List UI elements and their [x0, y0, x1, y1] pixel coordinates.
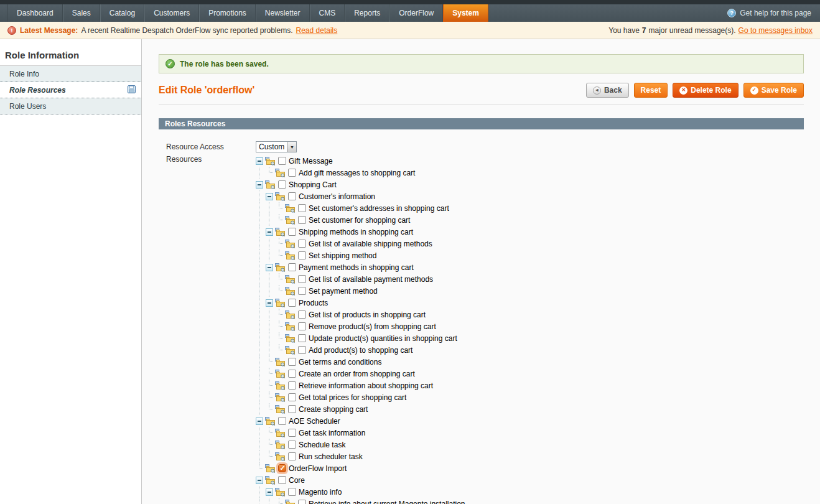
resource-checkbox[interactable]	[288, 441, 296, 449]
resource-checkbox[interactable]	[298, 334, 306, 342]
resource-checkbox[interactable]	[278, 476, 286, 484]
resource-label[interactable]: Gift Message	[289, 157, 333, 166]
collapse-minus-icon[interactable]	[266, 193, 273, 200]
tree-row: Retrieve info about current Magento inst…	[256, 498, 465, 504]
save-role-button[interactable]: ✓ Save Role	[743, 83, 804, 98]
resource-label[interactable]: Set shipping method	[309, 251, 376, 260]
resource-checkbox[interactable]	[298, 322, 306, 330]
nav-item-promotions[interactable]: Promotions	[199, 4, 256, 22]
resource-label[interactable]: Update product(s) quantities in shopping…	[309, 334, 457, 343]
resource-label[interactable]: Products	[299, 299, 328, 307]
resource-checkbox[interactable]	[278, 417, 286, 425]
sidebar-item-role-resources[interactable]: Role Resources	[0, 82, 141, 98]
resource-label[interactable]: Add gift messages to shopping cart	[299, 169, 415, 177]
resource-label[interactable]: Set customer's addresses in shopping car…	[309, 204, 449, 213]
tree-connector-line	[256, 285, 266, 297]
collapse-minus-icon[interactable]	[256, 157, 263, 165]
collapse-minus-icon[interactable]	[266, 228, 273, 236]
resource-checkbox[interactable]	[288, 358, 296, 366]
resource-label[interactable]: Core	[289, 476, 305, 485]
delete-role-label: Delete Role	[691, 86, 731, 95]
folder-icon	[275, 393, 285, 402]
resource-label[interactable]: Retrieve information about shopping cart	[299, 381, 433, 390]
resource-checkbox[interactable]	[298, 275, 306, 283]
resource-label[interactable]: Run scheduler task	[299, 452, 363, 461]
nav-item-catalog[interactable]: Catalog	[100, 4, 144, 22]
nav-item-dashboard[interactable]: Dashboard	[7, 4, 63, 22]
collapse-minus-icon[interactable]	[266, 264, 273, 271]
resource-label[interactable]: AOE Scheduler	[289, 417, 340, 426]
resource-checkbox[interactable]	[298, 310, 306, 319]
collapse-minus-icon[interactable]	[266, 488, 273, 496]
resource-checkbox[interactable]	[278, 157, 286, 165]
resource-label[interactable]: Get list of available shipping methods	[309, 240, 432, 248]
resource-checkbox[interactable]	[278, 180, 286, 189]
resource-checkbox[interactable]	[288, 429, 296, 437]
sidebar-item-role-info[interactable]: Role Info	[0, 66, 141, 82]
delete-role-button[interactable]: ✕ Delete Role	[673, 83, 738, 98]
folder-icon	[285, 310, 295, 319]
resource-checkbox[interactable]	[288, 299, 296, 307]
resource-label[interactable]: Get task information	[299, 429, 365, 437]
resource-label[interactable]: Set payment method	[309, 287, 378, 296]
resource-label[interactable]: Create an order from shopping cart	[299, 370, 415, 378]
resource-checkbox[interactable]	[288, 405, 296, 413]
get-help-link[interactable]: ? Get help for this page	[727, 4, 820, 22]
resource-label[interactable]: Shipping methods in shopping cart	[299, 228, 413, 236]
resource-label[interactable]: Payment methods in shopping cart	[299, 263, 414, 272]
messages-inbox-link[interactable]: Go to messages inbox	[738, 26, 813, 35]
nav-item-customers[interactable]: Customers	[144, 4, 199, 22]
resource-label[interactable]: Create shopping cart	[299, 405, 368, 414]
resource-checkbox[interactable]	[288, 228, 296, 236]
resource-checkbox[interactable]	[288, 381, 296, 390]
resource-checkbox[interactable]	[278, 464, 286, 472]
resource-label[interactable]: Schedule task	[299, 441, 345, 449]
tree-row: Create an order from shopping cart	[256, 368, 465, 380]
resource-checkbox[interactable]	[298, 287, 306, 295]
nav-item-cms[interactable]: CMS	[310, 4, 345, 22]
resource-label[interactable]: OrderFlow Import	[289, 464, 347, 473]
resource-label[interactable]: Remove product(s) from shopping cart	[309, 322, 436, 331]
resource-checkbox[interactable]	[298, 240, 306, 248]
resource-checkbox[interactable]	[288, 488, 296, 496]
resource-label[interactable]: Shopping Cart	[289, 180, 337, 189]
resource-label[interactable]: Get list of products in shopping cart	[309, 310, 426, 319]
top-strip	[0, 0, 820, 4]
nav-item-reports[interactable]: Reports	[345, 4, 389, 22]
tree-connector-line	[256, 309, 266, 320]
nav-item-newsletter[interactable]: Newsletter	[256, 4, 310, 22]
resource-checkbox[interactable]	[288, 169, 296, 177]
resource-checkbox[interactable]	[298, 251, 306, 259]
sidebar-item-role-users[interactable]: Role Users	[0, 98, 141, 114]
resource-label[interactable]: Retrieve info about current Magento inst…	[309, 500, 465, 504]
resource-checkbox[interactable]	[288, 192, 296, 200]
tree-row: Get list of available shipping methods	[256, 238, 465, 250]
nav-item-system[interactable]: System	[443, 4, 488, 22]
resource-access-select[interactable]: Custom ▼	[256, 141, 297, 152]
collapse-minus-icon[interactable]	[256, 477, 263, 484]
resource-label[interactable]: Magento info	[299, 488, 342, 497]
tree-elbow-line	[256, 462, 265, 474]
resource-checkbox[interactable]	[288, 393, 296, 401]
resource-label[interactable]: Set customer for shopping cart	[309, 216, 410, 225]
resource-checkbox[interactable]	[298, 216, 306, 224]
nav-item-sales[interactable]: Sales	[63, 4, 100, 22]
resource-checkbox[interactable]	[298, 204, 306, 212]
resource-label[interactable]: Get total prices for shopping cart	[299, 393, 406, 402]
back-button[interactable]: ◂ Back	[586, 83, 629, 98]
collapse-minus-icon[interactable]	[256, 418, 263, 425]
reset-button[interactable]: Reset	[634, 83, 668, 98]
resource-label[interactable]: Add product(s) to shopping cart	[309, 346, 412, 355]
resource-label[interactable]: Customer's information	[299, 192, 375, 201]
collapse-minus-icon[interactable]	[266, 299, 273, 307]
resource-checkbox[interactable]	[288, 452, 296, 460]
resource-checkbox[interactable]	[288, 370, 296, 378]
resource-checkbox[interactable]	[288, 263, 296, 271]
nav-item-orderflow[interactable]: OrderFlow	[389, 4, 443, 22]
resource-checkbox[interactable]	[298, 500, 306, 504]
collapse-minus-icon[interactable]	[256, 181, 263, 189]
read-details-link[interactable]: Read details	[296, 26, 338, 35]
resource-label[interactable]: Get terms and conditions	[299, 358, 381, 366]
resource-checkbox[interactable]	[298, 346, 306, 354]
resource-label[interactable]: Get list of available payment methods	[309, 275, 433, 284]
